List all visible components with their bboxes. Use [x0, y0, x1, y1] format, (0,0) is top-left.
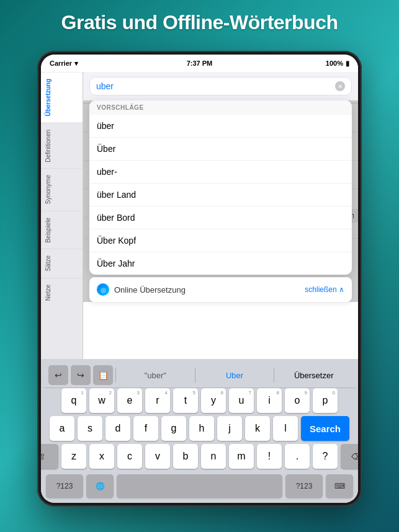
- suggestions-box: VORSCHLÄGE über Über uber- über Land übe…: [89, 100, 352, 275]
- sidebar-tab-beispiele[interactable]: Beispiele: [41, 211, 83, 249]
- key-m[interactable]: m: [229, 444, 254, 469]
- key-e[interactable]: e3: [117, 388, 142, 413]
- header-title: Gratis und Offline-Wörterbuch: [0, 11, 399, 34]
- key-s[interactable]: s: [78, 416, 102, 441]
- key-y[interactable]: y6: [201, 388, 226, 413]
- key-o[interactable]: o9: [285, 388, 310, 413]
- key-a[interactable]: a: [50, 416, 74, 441]
- numbers-key-2[interactable]: ?123: [285, 474, 323, 498]
- key-f[interactable]: f: [133, 416, 158, 441]
- online-translation-bar: ◎ Online Übersetzung schließen ∧: [89, 277, 352, 302]
- sidebar-tab-ubersetzung[interactable]: Übersetzung: [41, 72, 83, 123]
- key-w[interactable]: w2: [89, 388, 114, 413]
- status-bar: Carrier ▾ 7:37 PM 100% ▮: [41, 55, 358, 72]
- online-label[interactable]: Online Übersetzung: [114, 285, 186, 295]
- key-k[interactable]: k: [245, 416, 270, 441]
- key-g[interactable]: g: [161, 416, 186, 441]
- key-n[interactable]: n: [201, 444, 226, 469]
- time-label: 7:37 PM: [187, 60, 213, 67]
- close-suggestions-button[interactable]: schließen ∧: [305, 285, 344, 294]
- key-z[interactable]: z: [61, 444, 86, 469]
- delete-key[interactable]: ⌫: [341, 444, 358, 469]
- key-t[interactable]: t5: [173, 388, 198, 413]
- suggestion-item-5[interactable]: Über Kopf: [89, 229, 352, 252]
- online-icon: ◎: [97, 283, 109, 296]
- autocorrect-quoted[interactable]: "uber": [119, 367, 192, 384]
- sidebar-tab-netze[interactable]: Netze: [41, 278, 83, 307]
- suggestion-item-3[interactable]: über Land: [89, 184, 352, 206]
- bottom-bar: ?123 🌐 ?123 ⌨: [43, 472, 356, 500]
- battery-icon: ▮: [346, 60, 349, 68]
- sidebar-tab-satze[interactable]: Sätze: [41, 249, 83, 278]
- paste-button[interactable]: 📋: [93, 365, 113, 385]
- device-frame: Carrier ▾ 7:37 PM 100% ▮ Übersetzung Def…: [37, 51, 362, 507]
- globe-key[interactable]: 🌐: [86, 474, 114, 498]
- sidebar-tab-synonyme[interactable]: Synonyme: [41, 168, 83, 210]
- key-exclaim[interactable]: !: [257, 444, 282, 469]
- wifi-icon: ▾: [74, 60, 78, 68]
- key-b[interactable]: b: [173, 444, 198, 469]
- key-u[interactable]: u7: [229, 388, 254, 413]
- suggestion-item-0[interactable]: über: [89, 115, 352, 138]
- key-q[interactable]: q1: [61, 388, 86, 413]
- shift-key[interactable]: ⇧: [41, 444, 58, 469]
- suggestion-item-4[interactable]: über Bord: [89, 206, 352, 229]
- key-i[interactable]: i8: [257, 388, 282, 413]
- search-overlay: uber ✕ VORSCHLÄGE über Über uber- über L…: [83, 72, 358, 302]
- key-l[interactable]: l: [273, 416, 298, 441]
- key-j[interactable]: j: [217, 416, 242, 441]
- key-r[interactable]: r4: [145, 388, 170, 413]
- suggestion-item-1[interactable]: Über: [89, 138, 352, 161]
- carrier-label: Carrier: [50, 60, 72, 67]
- autocorrect-uber[interactable]: Uber: [198, 367, 272, 384]
- device-screen: Carrier ▾ 7:37 PM 100% ▮ Übersetzung Def…: [41, 55, 358, 503]
- numbers-key[interactable]: ?123: [46, 474, 83, 498]
- key-x[interactable]: x: [89, 444, 114, 469]
- search-input-box[interactable]: uber ✕: [89, 77, 352, 95]
- key-p[interactable]: p0: [313, 388, 338, 413]
- suggestion-item-2[interactable]: uber-: [89, 161, 352, 184]
- search-clear-button[interactable]: ✕: [335, 81, 345, 91]
- key-question[interactable]: ?: [313, 444, 338, 469]
- redo-button[interactable]: ↪: [71, 365, 91, 385]
- key-c[interactable]: c: [117, 444, 142, 469]
- sidebar-tab-definitionen[interactable]: Definitionen: [41, 123, 83, 169]
- keyboard-key[interactable]: ⌨: [326, 474, 353, 498]
- content-area: bo boo ☆ 🔊 Buch das Buch book, volume: [83, 72, 358, 359]
- sidebar: Übersetzung Definitionen Synonyme Beispi…: [41, 72, 83, 359]
- search-bar-area: uber ✕: [83, 72, 358, 100]
- battery-label: 100%: [326, 60, 343, 67]
- keyboard-area: ↩ ↪ 📋 "uber" Uber Übersetzer q1 w2 e3 r4: [41, 359, 358, 503]
- search-input-text: uber: [96, 81, 331, 91]
- key-period[interactable]: .: [285, 444, 310, 469]
- space-key[interactable]: [117, 474, 282, 498]
- key-row-1: q1 w2 e3 r4 t5 y6 u7 i8 o9 p0: [43, 388, 356, 413]
- key-v[interactable]: v: [145, 444, 170, 469]
- key-h[interactable]: h: [189, 416, 214, 441]
- suggestions-header: VORSCHLÄGE: [89, 100, 352, 115]
- autocorrect-ubersetzer[interactable]: Übersetzer: [277, 367, 351, 384]
- autocorrect-bar: ↩ ↪ 📋 "uber" Uber Übersetzer: [43, 363, 356, 388]
- search-button[interactable]: Search: [301, 416, 349, 441]
- suggestion-item-6[interactable]: Über Jahr: [89, 252, 352, 275]
- key-row-3: ⇧ z x c v b n m ! . ? ⌫: [43, 444, 356, 469]
- key-d[interactable]: d: [105, 416, 130, 441]
- undo-button[interactable]: ↩: [48, 365, 68, 385]
- key-row-2: a s d f g h j k l Search: [43, 416, 356, 441]
